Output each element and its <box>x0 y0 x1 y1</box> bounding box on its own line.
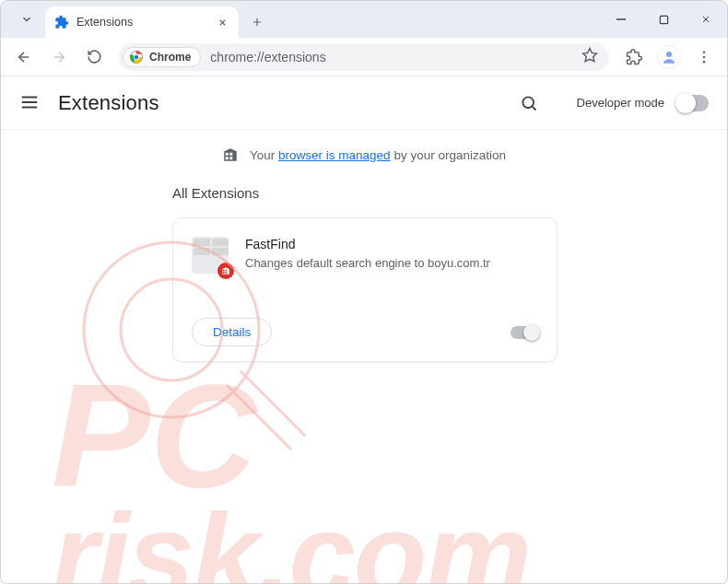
site-chip-label: Chrome <box>149 51 191 64</box>
extensions-header: Extensions Developer mode <box>1 76 727 130</box>
svg-marker-13 <box>583 48 597 61</box>
svg-rect-5 <box>660 16 667 23</box>
svg-point-17 <box>703 60 706 63</box>
developer-mode-toggle[interactable] <box>677 95 709 111</box>
profile-button[interactable] <box>653 41 685 73</box>
svg-point-16 <box>703 55 706 58</box>
svg-line-25 <box>227 385 291 450</box>
maximize-window-button[interactable] <box>642 1 685 38</box>
address-bar[interactable]: Chrome chrome://extensions <box>119 43 609 71</box>
browser-titlebar: Extensions <box>1 1 727 38</box>
extensions-page: Extensions Developer mode Your browser i… <box>1 76 727 584</box>
close-tab-icon[interactable] <box>215 15 229 29</box>
building-icon <box>222 146 239 163</box>
reload-button[interactable] <box>78 41 110 73</box>
svg-line-22 <box>532 106 535 110</box>
details-button[interactable]: Details <box>192 318 272 346</box>
extension-enable-toggle[interactable] <box>511 326 538 339</box>
new-tab-button[interactable] <box>244 9 270 35</box>
svg-text:risk.com: risk.com <box>52 488 530 584</box>
tab-search-chevron[interactable] <box>8 1 45 38</box>
extension-description: Changes default search engine to boyu.co… <box>245 255 490 272</box>
managed-banner-text: Your browser is managed by your organiza… <box>250 148 506 162</box>
back-button[interactable] <box>8 41 40 73</box>
extension-card: FastFind Changes default search engine t… <box>172 217 558 362</box>
page-title: Extensions <box>58 91 159 115</box>
developer-mode-label: Developer mode <box>577 96 664 110</box>
svg-point-14 <box>666 52 672 57</box>
svg-point-15 <box>703 51 706 53</box>
search-icon[interactable] <box>520 94 538 112</box>
browser-managed-link[interactable]: browser is managed <box>278 148 391 162</box>
hamburger-menu-icon[interactable] <box>19 92 41 114</box>
extensions-puzzle-icon[interactable] <box>618 41 650 73</box>
svg-text:PC: PC <box>52 353 259 518</box>
extension-icon <box>192 237 229 274</box>
close-window-button[interactable] <box>685 1 727 38</box>
minimize-window-button[interactable] <box>600 1 642 38</box>
chrome-menu-button[interactable] <box>688 41 720 73</box>
puzzle-icon <box>54 15 69 29</box>
section-title: All Extensions <box>172 185 727 201</box>
developer-mode-row: Developer mode <box>577 95 709 111</box>
chrome-icon <box>129 50 144 64</box>
browser-tab[interactable]: Extensions <box>45 6 239 38</box>
forward-button[interactable] <box>43 41 75 73</box>
svg-line-26 <box>241 371 305 436</box>
svg-point-21 <box>523 97 534 108</box>
extension-name: FastFind <box>245 237 490 251</box>
tab-title: Extensions <box>76 16 207 29</box>
managed-banner: Your browser is managed by your organiza… <box>1 130 727 176</box>
all-extensions-section: All Extensions FastFind Changes default … <box>1 176 727 362</box>
browser-toolbar: Chrome chrome://extensions <box>1 38 727 76</box>
url-text: chrome://extensions <box>210 50 572 64</box>
bookmark-star-icon[interactable] <box>581 47 598 67</box>
managed-badge-icon <box>217 263 234 279</box>
site-chip[interactable]: Chrome <box>123 47 201 67</box>
svg-point-12 <box>134 54 138 59</box>
